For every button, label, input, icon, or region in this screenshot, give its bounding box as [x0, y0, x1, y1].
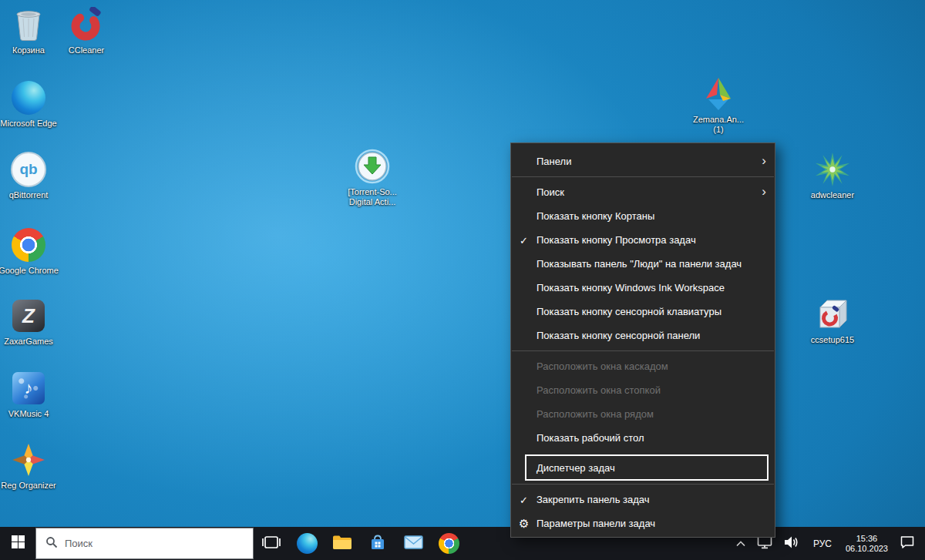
desktop-icon-torrent-downloader[interactable]: [Torrent-So... Digital Acti... [338, 148, 407, 207]
desktop-icon-zaxargames[interactable]: Z ZaxarGames [0, 297, 63, 347]
submenu-arrow-icon: › [762, 184, 766, 200]
menu-item-show-cortana-button[interactable]: Показать кнопку Кортаны [511, 204, 775, 228]
edge-icon [12, 79, 45, 116]
desktop-icon-label: [Torrent-So... Digital Acti... [342, 187, 402, 207]
desktop-icon-microsoft-edge[interactable]: Microsoft Edge [0, 79, 63, 129]
action-center-icon [900, 535, 915, 553]
desktop-icon-label: qBittorrent [9, 190, 49, 200]
clock-date: 06.10.2023 [846, 544, 888, 554]
desktop-icon-label: CCleaner [69, 45, 104, 55]
menu-item-show-touch-keyboard-button[interactable]: Показать кнопку сенсорной клавиатуры [511, 300, 775, 324]
start-button[interactable] [0, 527, 35, 560]
ccleaner-icon [69, 6, 104, 43]
mail-envelope-icon [404, 535, 423, 553]
gear-icon: ⚙ [519, 517, 529, 531]
chrome-taskbar-button[interactable] [431, 527, 466, 560]
desktop-icon-google-chrome[interactable]: Google Chrome [0, 226, 63, 276]
desktop-icon-qbittorrent[interactable]: qb qBittorrent [0, 151, 63, 200]
reg-organizer-icon [11, 441, 46, 478]
desktop-icon-label: ZaxarGames [4, 337, 53, 347]
desktop: Корзина CCleaner Microsoft Edge qb qBitt… [0, 0, 925, 560]
desktop-icon-ccleaner[interactable]: CCleaner [52, 6, 121, 55]
desktop-icon-label: Google Chrome [0, 266, 59, 276]
chrome-icon [439, 533, 459, 554]
submenu-arrow-icon: › [762, 153, 766, 169]
taskbar-context-menu: Панели › Поиск › Показать кнопку Кортаны… [510, 143, 775, 538]
menu-separator [512, 350, 774, 351]
adwcleaner-icon [815, 151, 850, 188]
menu-item-show-people-panel[interactable]: Показывать панель "Люди" на панели задач [511, 252, 775, 276]
zemana-icon [701, 75, 735, 112]
menu-item-cascade-windows: Расположить окна каскадом [511, 354, 775, 378]
desktop-icon-label: VKMusic 4 [8, 409, 49, 419]
file-explorer-button[interactable] [325, 527, 360, 560]
search-placeholder: Поиск [65, 538, 92, 549]
menu-item-show-touchpad-button[interactable]: Показать кнопку сенсорной панели [511, 324, 775, 347]
desktop-icon-label: Microsoft Edge [0, 119, 56, 129]
edge-icon [297, 533, 318, 554]
task-view-icon [261, 535, 281, 553]
desktop-icon-zemana[interactable]: Zemana.An... (1) [684, 75, 753, 135]
qbittorrent-icon: qb [11, 151, 46, 188]
mail-button[interactable] [395, 527, 431, 560]
taskbar-search-input[interactable]: Поиск [35, 528, 254, 559]
menu-separator [512, 484, 774, 485]
desktop-icon-label: Zemana.An... (1) [688, 115, 748, 135]
taskbar: Поиск [0, 527, 925, 560]
menu-item-stack-windows: Расположить окна стопкой [511, 378, 775, 402]
folder-icon [332, 534, 352, 553]
menu-item-show-task-view-button[interactable]: ✓ Показать кнопку Просмотра задач [511, 228, 775, 252]
recycle-bin-icon [14, 6, 43, 43]
installer-box-icon [815, 296, 850, 333]
windows-logo-icon [12, 535, 25, 552]
desktop-icon-label: ccsetup615 [811, 335, 854, 345]
menu-item-taskbar-settings[interactable]: ⚙ Параметры панели задач [511, 511, 775, 535]
edge-taskbar-button[interactable] [289, 527, 325, 560]
menu-item-search[interactable]: Поиск › [511, 180, 775, 204]
desktop-icon-ccsetup[interactable]: ccsetup615 [798, 296, 867, 345]
desktop-icon-label: Корзина [12, 45, 45, 55]
vkmusic-icon: ♪ [12, 370, 45, 407]
desktop-icon-reg-organizer[interactable]: Reg Organizer [0, 441, 63, 491]
task-view-button[interactable] [254, 527, 289, 560]
checkmark-icon: ✓ [520, 494, 528, 505]
desktop-icon-label: Reg Organizer [1, 481, 56, 491]
clock-time: 15:36 [856, 534, 878, 544]
zaxargames-icon: Z [12, 297, 45, 334]
menu-item-lock-taskbar[interactable]: ✓ Закрепить панель задач [511, 488, 775, 511]
menu-item-show-desktop[interactable]: Показать рабочий стол [511, 426, 775, 450]
chrome-icon [12, 226, 45, 263]
search-icon [45, 536, 58, 552]
clock[interactable]: 15:36 06.10.2023 [839, 527, 894, 560]
menu-item-side-by-side-windows: Расположить окна рядом [511, 402, 775, 426]
action-center-button[interactable] [894, 527, 920, 560]
menu-item-toolbars[interactable]: Панели › [511, 149, 775, 173]
desktop-icon-vkmusic[interactable]: ♪ VKMusic 4 [0, 370, 63, 419]
menu-item-show-ink-workspace-button[interactable]: Показать кнопку Windows Ink Workspace [511, 276, 775, 300]
speaker-icon [783, 535, 800, 553]
store-bag-icon [368, 533, 387, 555]
language-indicator[interactable]: РУС [806, 527, 839, 560]
menu-separator [512, 176, 774, 177]
desktop-icon-label: adwcleaner [811, 190, 854, 200]
desktop-icon-adwcleaner[interactable]: adwcleaner [798, 151, 867, 200]
checkmark-icon: ✓ [520, 234, 528, 246]
store-button[interactable] [360, 527, 395, 560]
download-arrow-icon [354, 148, 391, 185]
menu-item-task-manager[interactable]: Диспетчер задач [525, 454, 769, 481]
chevron-up-icon [735, 537, 746, 551]
volume-button[interactable] [778, 527, 806, 560]
